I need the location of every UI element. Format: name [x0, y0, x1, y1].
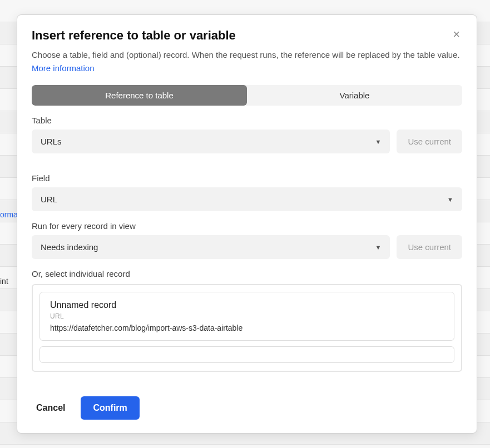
field-select[interactable]: URL: [32, 187, 462, 211]
tab-bar: Reference to table Variable: [32, 85, 462, 106]
cancel-button[interactable]: Cancel: [32, 397, 70, 419]
record-card[interactable]: [39, 346, 454, 363]
more-information-link[interactable]: More information: [32, 63, 95, 73]
confirm-button[interactable]: Confirm: [81, 396, 139, 420]
record-value: https://datafetcher.com/blog/import-aws-…: [50, 323, 444, 332]
view-label: Run for every record in view: [32, 221, 462, 231]
use-current-view-button[interactable]: Use current: [397, 235, 462, 259]
record-section-label: Or, select individual record: [32, 269, 462, 278]
background-text: int: [0, 277, 8, 286]
insert-reference-modal: Insert reference to table or variable × …: [17, 14, 477, 434]
record-title: Unnamed record: [50, 300, 444, 310]
record-list[interactable]: Unnamed record URL https://datafetcher.c…: [32, 284, 462, 372]
close-icon[interactable]: ×: [451, 28, 462, 41]
background-text: orma: [0, 210, 18, 219]
table-label: Table: [32, 116, 462, 125]
table-select[interactable]: URLs: [32, 130, 390, 153]
modal-footer: Cancel Confirm: [32, 385, 462, 420]
modal-description-text: Choose a table, field and (optional) rec…: [32, 50, 460, 59]
record-card[interactable]: Unnamed record URL https://datafetcher.c…: [39, 292, 454, 341]
view-select[interactable]: Needs indexing: [32, 235, 390, 259]
modal-title: Insert reference to table or variable: [32, 28, 236, 43]
record-field-name: URL: [50, 312, 444, 320]
tab-reference-to-table[interactable]: Reference to table: [32, 85, 247, 106]
use-current-table-button[interactable]: Use current: [397, 130, 462, 153]
modal-description: Choose a table, field and (optional) rec…: [32, 48, 462, 75]
field-label: Field: [32, 173, 462, 183]
tab-variable[interactable]: Variable: [247, 85, 462, 106]
